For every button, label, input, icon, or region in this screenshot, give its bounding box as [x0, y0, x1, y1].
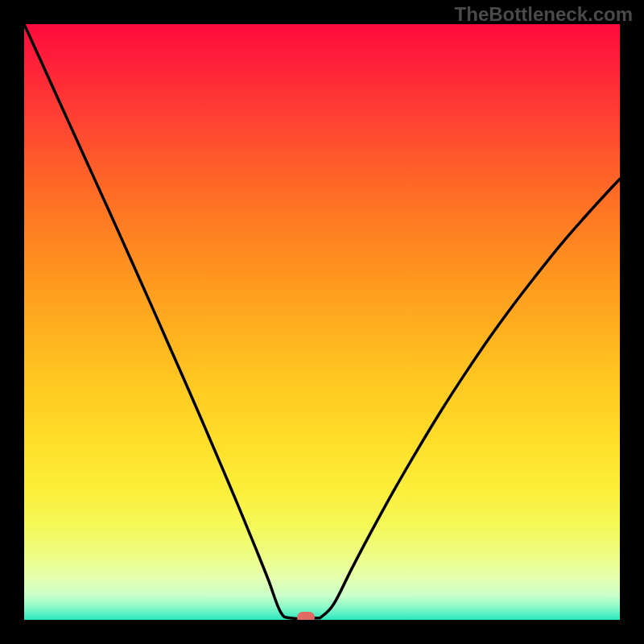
bottleneck-curve: [24, 24, 620, 619]
minimum-marker: [297, 612, 315, 620]
plot-area: [24, 24, 620, 620]
watermark-text: TheBottleneck.com: [455, 3, 633, 26]
curve-svg: [24, 24, 620, 620]
